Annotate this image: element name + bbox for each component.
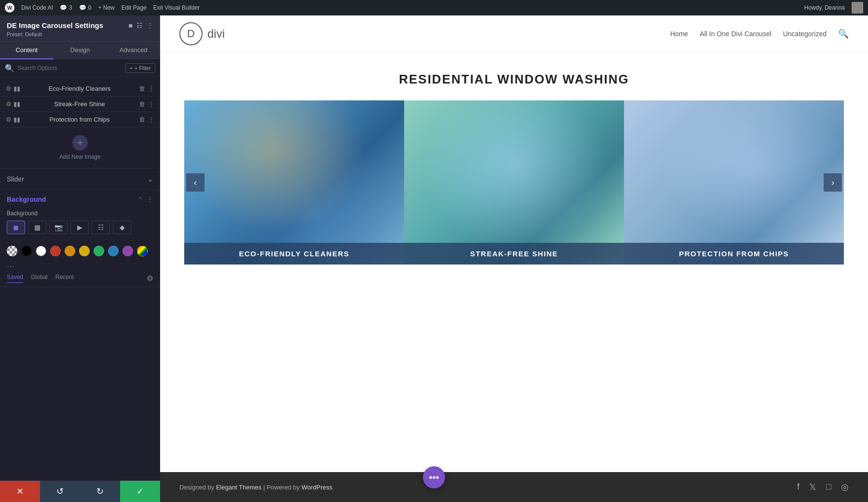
panel-pin-icon[interactable]: ■ (129, 22, 133, 29)
nav-home[interactable]: Home (670, 30, 688, 38)
right-content-area: D divi Home All In One Divi Carousel Unc… (160, 15, 868, 502)
slider-section: Slider ⌄ (0, 168, 160, 189)
bg-type-video[interactable]: ▶ (70, 221, 89, 234)
footer-social-icons: f 𝕏 □ ◎ (797, 482, 849, 492)
admin-bar-comments[interactable]: 💬 3 (60, 4, 72, 11)
bg-type-color[interactable]: ◼ (7, 221, 25, 234)
row-duplicate-icon-0[interactable]: ▮▮ (14, 85, 20, 92)
background-chevron-icon: ⌃ (138, 196, 143, 203)
bg-type-mask[interactable]: ◆ (113, 221, 131, 234)
carousel-container: ‹ ECO-FRIENDLY CLEANERS STREAK-FREE SHIN… (184, 100, 844, 265)
color-swatch-white[interactable] (36, 246, 46, 256)
logo-text: divi (207, 27, 225, 41)
tab-design[interactable]: Design (54, 42, 107, 59)
row-duplicate-icon-2[interactable]: ▮▮ (14, 116, 20, 123)
carousel-slide-2: PROTECTION FROM CHIPS (624, 100, 844, 265)
add-new-image-label: Add New Image (59, 153, 100, 160)
tab-advanced[interactable]: Advanced (107, 42, 160, 59)
carousel-section-title: RESIDENTIAL WINDOW WASHING (184, 72, 844, 87)
row-more-icon-0[interactable]: ⋮ (148, 85, 154, 92)
logo-circle: D (179, 22, 203, 45)
panel-content: ⚙ ▮▮ Eco-Friendly Cleaners 🗑 ⋮ ⚙ ▮▮ Stre… (0, 77, 160, 480)
admin-bar-exit-builder[interactable]: Exit Visual Builder (153, 4, 200, 11)
carousel-next-button[interactable]: › (824, 173, 842, 192)
nav-carousel[interactable]: All In One Divi Carousel (700, 30, 772, 38)
row-duplicate-icon-1[interactable]: ▮▮ (14, 100, 20, 108)
redo-button[interactable]: ↻ (80, 481, 120, 502)
row-settings-icon-0[interactable]: ⚙ (6, 85, 12, 92)
color-swatch-orange[interactable] (65, 246, 75, 256)
search-input[interactable] (17, 65, 122, 71)
carousel-slides: ECO-FRIENDLY CLEANERS STREAK-FREE SHINE … (184, 100, 844, 265)
carousel-prev-button[interactable]: ‹ (186, 173, 204, 192)
row-delete-icon-1[interactable]: 🗑 (139, 100, 145, 108)
footer-facebook-icon[interactable]: f (797, 482, 800, 492)
add-circle-icon: + (72, 135, 88, 151)
background-section-menu-icon[interactable]: ⋮ (147, 195, 153, 203)
admin-bar-new[interactable]: + New (98, 4, 114, 11)
footer-rss-icon[interactable]: ◎ (841, 482, 849, 492)
tab-content[interactable]: Content (0, 42, 54, 59)
site-main-content: RESIDENTIAL WINDOW WASHING ‹ ECO-FRIENDL… (160, 53, 868, 472)
image-row-label-2: Protection from Chips (24, 116, 135, 123)
footer-wordpress-link[interactable]: WordPress (301, 484, 332, 491)
color-swatch-blue[interactable] (108, 246, 119, 256)
nav-search-icon[interactable]: 🔍 (838, 28, 849, 39)
fab-button[interactable]: ••• (423, 466, 445, 488)
footer-credit: Designed by Elegant Themes | Powered by … (179, 484, 332, 491)
bg-type-image[interactable]: 📷 (49, 221, 68, 234)
row-delete-icon-2[interactable]: 🗑 (139, 116, 145, 123)
footer-elegant-themes-link[interactable]: Elegant Themes (216, 484, 261, 491)
swatch-settings-icon[interactable]: ⚙ (147, 274, 153, 283)
nav-uncategorized[interactable]: Uncategorized (783, 30, 827, 38)
color-swatches-row: … (0, 240, 160, 272)
admin-bar-edit-page[interactable]: Edit Page (122, 4, 147, 11)
color-swatch-yellow[interactable] (79, 246, 90, 256)
add-new-image-button[interactable]: + Add New Image (0, 127, 160, 168)
footer-twitter-icon[interactable]: 𝕏 (809, 482, 816, 492)
swatch-tab-recent[interactable]: Recent (55, 274, 74, 283)
admin-bar-site-name[interactable]: Divi Code AI (21, 4, 53, 11)
panel-title: DE Image Carousel Settings (7, 21, 103, 29)
row-settings-icon-1[interactable]: ⚙ (6, 100, 12, 108)
panel-more-icon[interactable]: ⋮ (147, 22, 153, 29)
row-more-icon-2[interactable]: ⋮ (148, 116, 154, 123)
filter-button[interactable]: + + Filter (125, 63, 155, 73)
image-row-label-0: Eco-Friendly Cleaners (24, 85, 135, 92)
image-row-1[interactable]: ⚙ ▮▮ Streak-Free Shine 🗑 ⋮ (0, 97, 160, 112)
swatch-tab-global[interactable]: Global (31, 274, 48, 283)
wp-admin-bar: W Divi Code AI 💬 3 💬 0 + New Edit Page E… (0, 0, 868, 15)
color-swatch-multicolor[interactable] (137, 246, 148, 256)
footer-instagram-icon[interactable]: □ (826, 482, 831, 492)
color-swatch-transparent[interactable] (7, 246, 17, 256)
bg-type-pattern[interactable]: ☷ (92, 221, 110, 234)
panel-tabs: Content Design Advanced (0, 42, 160, 59)
admin-bar-chat[interactable]: 💬 0 (79, 4, 92, 11)
image-row-0[interactable]: ⚙ ▮▮ Eco-Friendly Cleaners 🗑 ⋮ (0, 81, 160, 97)
color-swatch-purple[interactable] (122, 246, 133, 256)
close-button[interactable]: ✕ (0, 481, 40, 502)
color-swatch-black[interactable] (21, 246, 32, 256)
color-swatch-green[interactable] (94, 246, 104, 256)
wp-logo-icon[interactable]: W (5, 3, 14, 13)
save-button[interactable]: ✓ (120, 481, 160, 502)
swatch-tab-saved[interactable]: Saved (7, 274, 23, 283)
row-delete-icon-0[interactable]: 🗑 (139, 85, 145, 92)
background-section-title: Background (7, 195, 46, 203)
image-row-2[interactable]: ⚙ ▮▮ Protection from Chips 🗑 ⋮ (0, 112, 160, 127)
panel-search-bar: 🔍 + + Filter (0, 59, 160, 77)
undo-button[interactable]: ↺ (40, 481, 80, 502)
image-row-label-1: Streak-Free Shine (24, 100, 135, 108)
slider-chevron-icon: ⌄ (147, 174, 153, 183)
site-header: D divi Home All In One Divi Carousel Unc… (160, 15, 868, 53)
more-swatches-icon[interactable]: … (7, 260, 14, 269)
site-nav: Home All In One Divi Carousel Uncategori… (670, 28, 849, 39)
background-section-header[interactable]: Background ⌃ ⋮ (0, 189, 160, 207)
panel-layout-icon[interactable]: ☷ (136, 22, 143, 29)
slider-section-header[interactable]: Slider ⌄ (0, 168, 160, 189)
color-swatch-red[interactable] (50, 246, 61, 256)
row-more-icon-1[interactable]: ⋮ (148, 100, 154, 108)
panel-preset: Preset: Default (7, 31, 153, 37)
bg-type-gradient[interactable]: ▩ (28, 221, 46, 234)
row-settings-icon-2[interactable]: ⚙ (6, 116, 12, 123)
